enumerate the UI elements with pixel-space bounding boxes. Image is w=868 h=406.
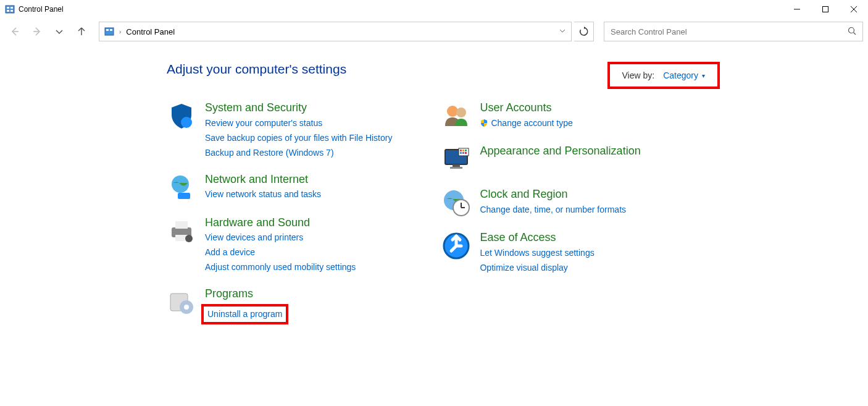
forward-button[interactable] bbox=[27, 22, 47, 41]
category-link[interactable]: Optimize visual display bbox=[480, 261, 594, 274]
category-title[interactable]: Appearance and Personalization bbox=[480, 145, 640, 158]
navigation-bar: › Control Panel bbox=[0, 20, 868, 43]
content-area: Adjust your computer's settings View by:… bbox=[0, 43, 868, 324]
maximize-button[interactable] bbox=[811, 0, 840, 19]
page-title: Adjust your computer's settings bbox=[167, 62, 868, 77]
category-link[interactable]: View devices and printers bbox=[205, 231, 356, 244]
svg-rect-13 bbox=[110, 29, 112, 31]
category-title[interactable]: Network and Internet bbox=[205, 173, 321, 187]
svg-rect-3 bbox=[7, 10, 9, 12]
svg-point-14 bbox=[849, 27, 854, 33]
category-clock-region: Clock and Region Change date, time, or n… bbox=[441, 188, 640, 218]
category-link[interactable]: Change date, time, or number formats bbox=[480, 203, 626, 216]
svg-rect-34 bbox=[462, 150, 464, 151]
category-title[interactable]: Clock and Region bbox=[480, 188, 626, 201]
category-link[interactable]: Backup and Restore (Windows 7) bbox=[205, 146, 392, 159]
svg-rect-18 bbox=[178, 193, 190, 199]
refresh-button[interactable] bbox=[574, 22, 594, 41]
svg-point-22 bbox=[185, 235, 193, 242]
search-box[interactable] bbox=[604, 22, 863, 41]
back-button[interactable] bbox=[5, 22, 25, 41]
chevron-right-icon: › bbox=[119, 28, 121, 35]
address-bar[interactable]: › Control Panel bbox=[99, 22, 572, 41]
svg-rect-0 bbox=[6, 6, 14, 13]
svg-rect-30 bbox=[453, 164, 460, 167]
uninstall-program-link[interactable]: Uninstall a program bbox=[201, 304, 288, 324]
shield-icon bbox=[167, 101, 196, 131]
svg-point-25 bbox=[184, 305, 189, 310]
left-column: System and Security Review your computer… bbox=[167, 101, 392, 324]
category-title[interactable]: User Accounts bbox=[480, 101, 572, 115]
category-ease-of-access: Ease of Access Let Windows suggest setti… bbox=[441, 231, 640, 274]
category-link[interactable]: Save backup copies of your files with Fi… bbox=[205, 132, 392, 145]
category-link[interactable]: Adjust commonly used mobility settings bbox=[205, 261, 356, 274]
svg-rect-37 bbox=[462, 152, 464, 154]
svg-rect-36 bbox=[460, 152, 462, 154]
ease-of-access-icon bbox=[441, 231, 471, 261]
category-link[interactable]: Review your computer's status bbox=[205, 117, 392, 130]
up-button[interactable] bbox=[72, 22, 91, 41]
window-controls bbox=[783, 0, 868, 19]
svg-point-16 bbox=[181, 117, 192, 128]
svg-rect-4 bbox=[10, 10, 13, 12]
category-hardware-sound: Hardware and Sound View devices and prin… bbox=[167, 216, 392, 274]
svg-point-27 bbox=[456, 108, 466, 117]
category-link[interactable]: Let Windows suggest settings bbox=[480, 247, 594, 260]
right-column: User Accounts Change account type bbox=[441, 101, 640, 324]
svg-rect-31 bbox=[450, 167, 462, 169]
control-panel-icon bbox=[5, 4, 15, 14]
view-by-dropdown[interactable]: Category ▾ bbox=[663, 70, 705, 80]
category-title[interactable]: Ease of Access bbox=[480, 231, 594, 245]
window-titlebar: Control Panel bbox=[0, 0, 868, 19]
chevron-down-icon[interactable] bbox=[559, 27, 566, 36]
category-title[interactable]: Programs bbox=[205, 287, 288, 301]
category-title[interactable]: Hardware and Sound bbox=[205, 216, 356, 230]
svg-rect-20 bbox=[175, 221, 188, 229]
category-programs: Programs Uninstall a program bbox=[167, 287, 392, 324]
view-by-value: Category bbox=[663, 70, 698, 80]
programs-icon bbox=[167, 287, 196, 317]
globe-network-icon bbox=[167, 173, 196, 203]
caret-down-icon: ▾ bbox=[702, 72, 705, 79]
svg-rect-12 bbox=[106, 29, 109, 31]
category-user-accounts: User Accounts Change account type bbox=[441, 101, 640, 131]
printer-icon bbox=[167, 216, 196, 246]
category-system-security: System and Security Review your computer… bbox=[167, 101, 392, 159]
svg-line-15 bbox=[854, 32, 856, 35]
uac-shield-icon bbox=[480, 119, 488, 127]
clock-globe-icon bbox=[441, 188, 471, 218]
category-link[interactable]: Change account type bbox=[480, 117, 572, 130]
category-title[interactable]: System and Security bbox=[205, 101, 392, 115]
category-appearance: Appearance and Personalization bbox=[441, 145, 640, 174]
svg-rect-35 bbox=[465, 150, 467, 151]
category-link[interactable]: View network status and tasks bbox=[205, 188, 321, 201]
category-link-text: Change account type bbox=[491, 117, 572, 130]
control-panel-icon bbox=[104, 27, 114, 36]
search-icon[interactable] bbox=[848, 27, 856, 37]
svg-rect-11 bbox=[105, 28, 114, 35]
close-button[interactable] bbox=[840, 0, 868, 19]
svg-rect-38 bbox=[465, 152, 467, 154]
svg-rect-1 bbox=[7, 7, 9, 9]
category-link[interactable]: Add a device bbox=[205, 246, 356, 259]
breadcrumb[interactable]: Control Panel bbox=[126, 27, 175, 36]
view-by-label: View by: bbox=[622, 70, 655, 80]
users-icon bbox=[441, 101, 471, 131]
category-network-internet: Network and Internet View network status… bbox=[167, 173, 392, 203]
svg-rect-33 bbox=[460, 150, 462, 151]
search-input[interactable] bbox=[611, 27, 848, 36]
recent-locations-button[interactable] bbox=[49, 22, 69, 41]
window-title: Control Panel bbox=[19, 5, 64, 14]
view-by-selector: View by: Category ▾ bbox=[607, 62, 720, 89]
svg-rect-6 bbox=[823, 7, 828, 12]
monitor-icon bbox=[441, 145, 471, 174]
svg-rect-2 bbox=[10, 7, 13, 9]
minimize-button[interactable] bbox=[783, 0, 811, 19]
